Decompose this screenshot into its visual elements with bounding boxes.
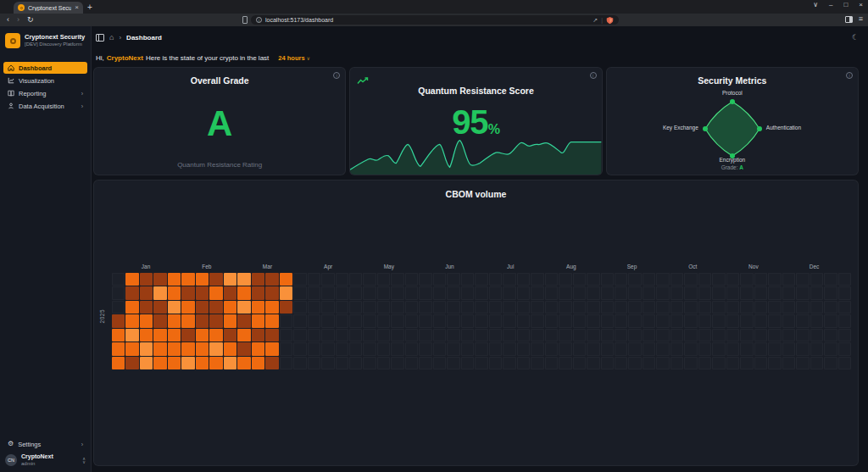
heatmap-cell[interactable]: [125, 301, 138, 314]
heatmap-cell[interactable]: [168, 342, 181, 355]
info-icon[interactable]: i: [590, 72, 597, 79]
heatmap-cell[interactable]: [252, 286, 264, 299]
heatmap-cell[interactable]: [252, 301, 264, 314]
new-tab-button[interactable]: +: [87, 3, 92, 12]
heatmap-cell[interactable]: [224, 357, 236, 369]
heatmap-cell[interactable]: [237, 286, 250, 299]
heatmap-cell[interactable]: [140, 301, 153, 314]
heatmap-cell[interactable]: [153, 286, 166, 299]
heatmap-cell[interactable]: [252, 273, 264, 286]
breadcrumb-home-icon[interactable]: ⌂: [109, 34, 114, 42]
heatmap-cell[interactable]: [153, 342, 166, 355]
heatmap-cell[interactable]: [209, 342, 222, 355]
heatmap-cell[interactable]: [224, 314, 236, 327]
heatmap-cell[interactable]: [125, 314, 138, 327]
address-bar[interactable]: i localhost:5173/dashboard ↗ |: [251, 15, 619, 25]
heatmap-cell[interactable]: [181, 273, 194, 286]
heatmap-cell[interactable]: [224, 286, 236, 299]
heatmap-cell[interactable]: [237, 342, 250, 355]
heatmap-cell[interactable]: [153, 314, 166, 327]
heatmap-cell[interactable]: [196, 273, 209, 286]
heatmap-cell[interactable]: [196, 286, 209, 299]
time-range-dropdown[interactable]: 24 hours ∨: [278, 54, 310, 62]
heatmap-cell[interactable]: [196, 301, 209, 314]
heatmap-cell[interactable]: [224, 342, 236, 355]
site-info-icon[interactable]: i: [256, 17, 262, 23]
heatmap-cell[interactable]: [181, 286, 194, 299]
heatmap-cell[interactable]: [125, 329, 138, 342]
device-toolbar-icon[interactable]: [242, 16, 248, 24]
heatmap-cell[interactable]: [112, 329, 125, 342]
heatmap-cell[interactable]: [112, 342, 125, 355]
heatmap-cell[interactable]: [252, 329, 264, 342]
heatmap-cell[interactable]: [209, 301, 222, 314]
heatmap-cell[interactable]: [125, 357, 138, 369]
heatmap-cell[interactable]: [265, 273, 278, 286]
heatmap-cell[interactable]: [237, 314, 250, 327]
heatmap-cell[interactable]: [112, 314, 125, 327]
heatmap-cell[interactable]: [224, 301, 236, 314]
heatmap-cell[interactable]: [140, 314, 153, 327]
browser-reload-button[interactable]: ↻: [27, 16, 34, 24]
heatmap-cell[interactable]: [252, 357, 264, 369]
heatmap-cell[interactable]: [265, 301, 278, 314]
heatmap-cell[interactable]: [252, 342, 264, 355]
breadcrumb[interactable]: Dashboard: [126, 34, 162, 42]
browser-back-button[interactable]: ‹: [7, 16, 9, 24]
heatmap-cell[interactable]: [140, 329, 153, 342]
heatmap-cell[interactable]: [153, 357, 166, 369]
sidebar-item-dashboard[interactable]: Dashboard: [3, 62, 87, 74]
heatmap-cell[interactable]: [196, 342, 209, 355]
tab-close-icon[interactable]: ×: [75, 4, 79, 11]
heatmap-cell[interactable]: [265, 314, 278, 327]
heatmap-cell[interactable]: [153, 329, 166, 342]
heatmap-cell[interactable]: [265, 357, 278, 369]
heatmap-cell[interactable]: [140, 342, 153, 355]
heatmap-cell[interactable]: [209, 357, 222, 369]
window-maximize-button[interactable]: □: [843, 1, 848, 8]
heatmap-cell[interactable]: [140, 286, 153, 299]
heatmap-cell[interactable]: [196, 329, 209, 342]
heatmap-cell[interactable]: [265, 329, 278, 342]
heatmap-cell[interactable]: [168, 357, 181, 369]
heatmap-cell[interactable]: [209, 314, 222, 327]
heatmap-cell[interactable]: [181, 301, 194, 314]
heatmap-cell[interactable]: [209, 286, 222, 299]
share-icon[interactable]: ↗: [593, 17, 598, 24]
heatmap-cell[interactable]: [237, 301, 250, 314]
sidebar-item-data-acquisition[interactable]: Data Acquisition ›: [3, 100, 87, 112]
heatmap-cell[interactable]: [280, 273, 292, 286]
heatmap-cell[interactable]: [168, 273, 181, 286]
heatmap-cell[interactable]: [125, 342, 138, 355]
heatmap-cell[interactable]: [237, 273, 250, 286]
heatmap-cell[interactable]: [168, 286, 181, 299]
heatmap-cell[interactable]: [224, 273, 236, 286]
heatmap-cell[interactable]: [168, 329, 181, 342]
heatmap-cell[interactable]: [237, 329, 250, 342]
sidebar-item-reporting[interactable]: Reporting ›: [3, 87, 87, 99]
extension-shield-icon[interactable]: [606, 16, 614, 25]
heatmap-cell[interactable]: [153, 273, 166, 286]
heatmap-cell[interactable]: [181, 314, 194, 327]
split-screen-icon[interactable]: [845, 16, 853, 23]
heatmap-cell[interactable]: [181, 357, 194, 369]
heatmap-cell[interactable]: [265, 286, 278, 299]
sidebar-item-settings[interactable]: ⚙ Settings ›: [3, 438, 87, 450]
heatmap-cell[interactable]: [112, 357, 125, 369]
browser-menu-icon[interactable]: ≡: [859, 15, 863, 23]
browser-tab[interactable]: Cryptonext Security ×: [14, 2, 83, 14]
window-minimize-button[interactable]: –: [829, 1, 832, 8]
heatmap-cell[interactable]: [168, 314, 181, 327]
heatmap-cell[interactable]: [181, 342, 194, 355]
heatmap-cell[interactable]: [196, 314, 209, 327]
heatmap-cell[interactable]: [209, 329, 222, 342]
window-close-button[interactable]: ×: [859, 1, 863, 8]
window-chevron-icon[interactable]: ∨: [813, 1, 818, 8]
heatmap-cell[interactable]: [265, 342, 278, 355]
heatmap-cell[interactable]: [224, 329, 236, 342]
user-menu[interactable]: CN CryptoNext admin ∧ ∨: [5, 453, 86, 467]
heatmap-cell[interactable]: [125, 273, 138, 286]
heatmap-cell[interactable]: [209, 273, 222, 286]
heatmap-cell[interactable]: [237, 357, 250, 369]
heatmap-cell[interactable]: [168, 301, 181, 314]
